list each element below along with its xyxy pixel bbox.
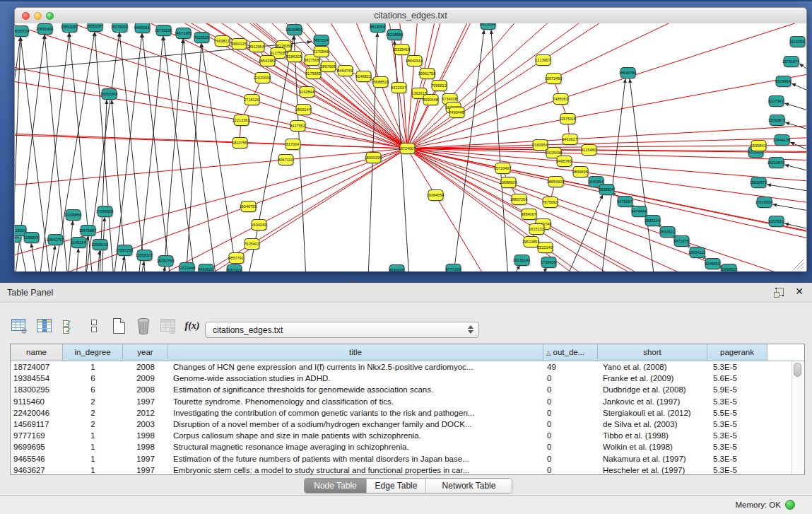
column-header-in-degree[interactable]: in_degree [63,344,123,361]
table-row[interactable]: 946554611997Estimation of the future num… [11,453,804,465]
graph-node[interactable]: 15276002 [111,23,129,33]
graph-node[interactable]: 2718120 [244,95,260,107]
graph-node[interactable]: 9495786 [556,156,572,168]
select-all-button[interactable]: ✓ ✓ [59,316,79,336]
import-table-button[interactable]: ✕ [158,316,178,336]
graph-node[interactable]: 16136141 [513,255,531,267]
graph-node[interactable]: 7663822 [214,36,230,48]
graph-node[interactable]: 10719155 [155,25,172,37]
graph-node[interactable]: 8990448 [423,95,439,107]
graph-edge[interactable] [767,183,806,192]
graph-node[interactable]: 12444135 [773,135,791,147]
graph-node[interactable]: 7490448 [449,107,465,119]
tab-network-table[interactable]: Network Table [426,479,512,493]
graph-edge[interactable] [407,23,806,148]
graph-node[interactable]: 9466161 [134,23,151,34]
graph-node[interactable]: 14671385 [175,28,192,40]
graph-node[interactable]: 10958107 [136,250,153,262]
graph-edge[interactable] [15,23,407,148]
graph-node[interactable]: 12975115 [559,114,577,126]
graph-node[interactable]: 8813054 [370,23,386,33]
graph-node[interactable]: 18654923 [547,177,565,189]
graph-node[interactable]: 19384554 [427,190,445,202]
graph-node[interactable]: 10975887 [79,226,97,238]
graph-node[interactable]: 1604049 [251,220,267,232]
column-header-out-degree[interactable]: △out_de... [543,344,598,361]
table-row[interactable]: 1872400712008Changes of HCN gene express… [11,361,804,373]
graph-node[interactable]: 8186328 [286,52,302,64]
graph-node[interactable]: 10973493 [545,74,563,86]
graph-node[interactable]: 9899695 [572,167,589,179]
graph-edge[interactable] [407,120,806,148]
table-row[interactable]: 1456911722003Disruption of a novel membe… [11,419,804,430]
graph-edge[interactable] [121,256,126,271]
graph-edge[interactable] [799,64,806,73]
graph-node[interactable]: 15325419 [393,45,411,57]
graph-node[interactable]: 18724007 [399,144,416,156]
graph-node[interactable]: 1615132 [529,224,545,236]
graph-node[interactable]: 18807269 [510,194,528,206]
tab-edge-table[interactable]: Edge Table [367,479,426,493]
table-row[interactable]: 911546021997Tourette syndrome. Phenomeno… [11,396,804,407]
graph-node[interactable]: 10553287 [61,23,78,33]
graph-edge[interactable] [15,148,407,247]
graph-node[interactable]: 7615526 [194,33,210,45]
graph-node[interactable]: 7625402 [244,239,260,251]
graph-node[interactable]: 20206856 [64,210,82,222]
graph-node[interactable]: 20691406 [36,24,54,36]
column-header-title[interactable]: title [168,344,543,361]
graph-node[interactable]: 7832621 [659,227,676,239]
graph-node[interactable]: 17359928 [96,206,114,218]
graph-node[interactable]: 15688520 [372,77,389,89]
window-titlebar[interactable]: citations_edges.txt [15,8,806,24]
graph-node[interactable]: 9884067 [521,209,537,221]
graph-node[interactable]: 16648784 [619,68,637,80]
graph-node[interactable]: 12505115 [91,240,109,252]
graph-node[interactable]: 9115460 [581,145,597,157]
graph-node[interactable]: 6479197 [617,197,633,209]
table-row[interactable]: 1938455462009Genome-wide association stu… [11,373,804,384]
graph-node[interactable]: 9227341 [768,96,784,108]
graph-node[interactable]: 1213967 [535,55,551,67]
graph-node[interactable]: 2522149 [537,243,553,255]
graph-node[interactable]: 10994522 [720,264,738,272]
graph-node[interactable]: 12923448 [178,263,196,272]
graph-edge[interactable] [248,35,295,271]
graph-edge[interactable] [772,203,806,211]
graph-node[interactable]: 7485063 [553,94,569,106]
graph-node[interactable]: 2160954 [532,140,548,152]
function-builder-button[interactable]: f(x) [183,316,203,336]
graph-node[interactable]: 16033809 [286,25,303,37]
graph-node[interactable]: 8471676 [673,236,690,248]
column-header-pagerank[interactable]: pagerank [707,344,767,361]
graph-node[interactable]: 15751874 [782,57,800,69]
table-scrollbar[interactable] [792,361,804,474]
graph-node[interactable]: 14055724 [15,26,30,38]
graph-node[interactable]: 1733426 [541,257,557,269]
new-file-button[interactable] [109,316,129,336]
graph-node[interactable]: 16961758 [418,69,436,81]
graph-node[interactable]: 1595841 [751,141,767,153]
table-scrollbar-thumb[interactable] [794,363,801,377]
graph-node[interactable]: 8813054 [480,23,496,30]
graph-node[interactable]: 2270546 [313,47,329,59]
graph-node[interactable]: 16553287 [86,23,104,33]
table-row[interactable]: 969969511998Structural magnetic resonanc… [11,441,804,452]
graph-node[interactable]: 9329966 [775,76,792,88]
window-resize-grip[interactable] [797,263,804,269]
graph-node[interactable]: 817004 [286,139,302,151]
graph-node[interactable]: 16782759 [157,256,175,268]
graph-node[interactable]: 9175685 [305,69,322,81]
table-settings-button[interactable]: ⚙ [10,316,30,336]
graph-node[interactable]: 9474444 [631,206,647,218]
graph-node[interactable]: 9463627 [562,134,578,146]
graph-node[interactable]: 9463620 [198,264,214,272]
graph-node[interactable]: 7955812 [431,81,447,93]
network-table-select[interactable]: citations_edges.txt [205,322,479,338]
graph-node[interactable]: 8067119 [226,265,242,272]
graph-node[interactable]: 18300295 [365,153,382,165]
graph-node[interactable]: 8067110 [278,155,294,167]
table-row[interactable]: 977716911998Corpus callosum shape and si… [11,430,804,441]
graph-node[interactable]: 12213363 [233,115,250,127]
column-header-year[interactable]: year [123,344,168,361]
